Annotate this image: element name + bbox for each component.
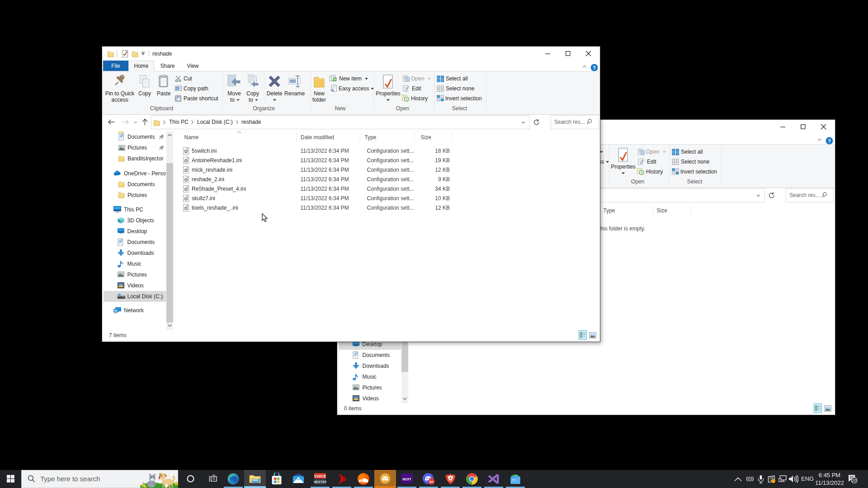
svg-text:9+: 9+: [429, 480, 434, 484]
svg-text:NZXT: NZXT: [402, 477, 411, 481]
svg-text:20: 20: [852, 478, 857, 483]
svg-text:MEETER: MEETER: [314, 480, 326, 484]
svg-text:VOICE: VOICE: [314, 474, 326, 479]
